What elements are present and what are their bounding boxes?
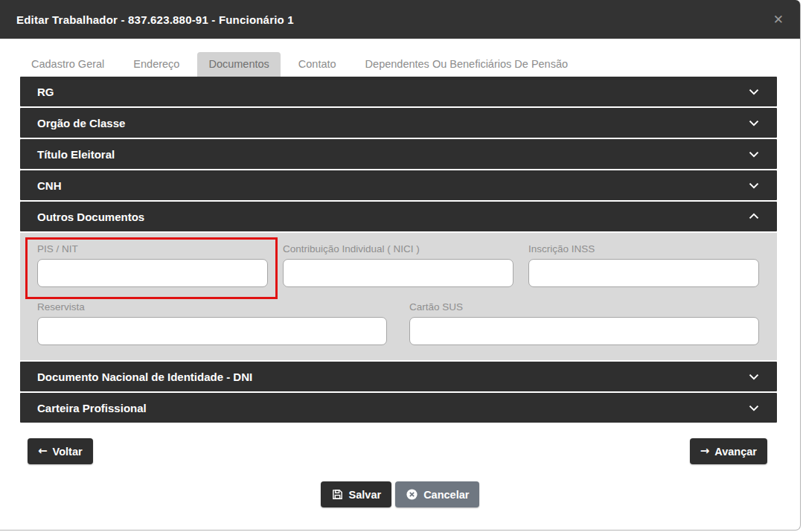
chevron-down-icon: [746, 400, 762, 416]
accordion-title: Orgão de Classe: [37, 117, 125, 129]
reservista-label: Reservista: [37, 301, 387, 313]
accordion-cnh[interactable]: CNH: [20, 170, 777, 200]
outros-documentos-panel: PIS / NIT Contribuição Individual ( NICI…: [20, 233, 777, 360]
chevron-down-icon: [746, 146, 762, 162]
accordion-rg[interactable]: RG: [20, 77, 777, 106]
accordion-title: Carteira Profissional: [37, 402, 147, 414]
accordion-titulo-eleitoral[interactable]: Título Eleitoral: [20, 139, 777, 169]
chevron-down-icon: [746, 83, 762, 100]
voltar-label: Voltar: [53, 446, 83, 458]
footer-button-row: Salvar Cancelar: [0, 481, 800, 507]
cancelar-button[interactable]: Cancelar: [395, 481, 479, 507]
cartao-sus-input[interactable]: [409, 317, 759, 345]
inscricao-inss-input[interactable]: [528, 259, 759, 287]
accordion-title: Outros Documentos: [37, 211, 144, 223]
inscricao-inss-label: Inscrição INSS: [528, 243, 759, 255]
accordion-carteira-profissional[interactable]: Carteira Profissional: [20, 393, 777, 423]
chevron-down-icon: [746, 368, 762, 385]
accordion-outros-documentos[interactable]: Outros Documentos: [20, 202, 777, 231]
field-inscricao-inss: Inscrição INSS: [528, 243, 759, 287]
salvar-label: Salvar: [349, 489, 382, 501]
tab-contato[interactable]: Contato: [287, 52, 348, 77]
reservista-input[interactable]: [37, 317, 387, 345]
cancelar-label: Cancelar: [423, 489, 469, 501]
avancar-label: Avançar: [714, 446, 757, 458]
contribuicao-individual-input[interactable]: [283, 259, 514, 287]
edit-worker-modal: Editar Trabalhador - 837.623.880-91 - Fu…: [0, 0, 801, 531]
accordion-title: CNH: [37, 179, 62, 192]
accordion-title: RG: [37, 86, 54, 98]
tab-dependentes[interactable]: Dependentes Ou Beneficiários De Pensão: [354, 52, 579, 77]
close-icon[interactable]: ✕: [773, 13, 784, 26]
accordion-dni[interactable]: Documento Nacional de Identidade - DNI: [20, 362, 777, 391]
tab-endereco[interactable]: Endereço: [122, 52, 191, 77]
accordion-list: RG Orgão de Classe Título Eleitoral CNH: [20, 77, 777, 423]
circle-x-icon: [406, 488, 418, 501]
accordion-title: Título Eleitoral: [37, 148, 115, 161]
tab-bar: Cadastro Geral Endereço Documentos Conta…: [20, 51, 800, 77]
contribuicao-individual-label: Contribuição Individual ( NICI ): [283, 243, 514, 255]
accordion-title: Documento Nacional de Identidade - DNI: [37, 371, 252, 383]
arrow-left-icon: ←: [38, 446, 48, 457]
avancar-button[interactable]: → Avançar: [690, 438, 767, 464]
pis-nit-label: PIS / NIT: [37, 243, 268, 255]
modal-title: Editar Trabalhador - 837.623.880-91 - Fu…: [16, 13, 294, 26]
pis-nit-input[interactable]: [37, 259, 268, 287]
field-pis-nit: PIS / NIT: [25, 237, 278, 299]
salvar-button[interactable]: Salvar: [321, 481, 392, 507]
arrow-right-icon: →: [700, 446, 710, 457]
fields-row-1: PIS / NIT Contribuição Individual ( NICI…: [37, 243, 759, 287]
fields-row-2: Reservista Cartão SUS: [37, 301, 759, 345]
field-cartao-sus: Cartão SUS: [409, 301, 759, 345]
cartao-sus-label: Cartão SUS: [409, 301, 759, 313]
field-reservista: Reservista: [37, 301, 387, 345]
chevron-down-icon: [746, 115, 762, 131]
chevron-down-icon: [746, 177, 762, 193]
field-contribuicao-individual: Contribuição Individual ( NICI ): [283, 243, 514, 287]
voltar-button[interactable]: ← Voltar: [28, 438, 93, 464]
save-floppy-icon: [331, 488, 344, 501]
modal-header: Editar Trabalhador - 837.623.880-91 - Fu…: [0, 0, 800, 39]
tab-documentos[interactable]: Documentos: [197, 52, 280, 77]
tab-cadastro-geral[interactable]: Cadastro Geral: [20, 52, 115, 77]
nav-button-row: ← Voltar → Avançar: [28, 438, 767, 464]
accordion-orgao-classe[interactable]: Orgão de Classe: [20, 108, 777, 138]
screen: Editar Trabalhador - 837.623.880-91 - Fu…: [0, 0, 803, 532]
chevron-up-icon: [746, 208, 762, 225]
